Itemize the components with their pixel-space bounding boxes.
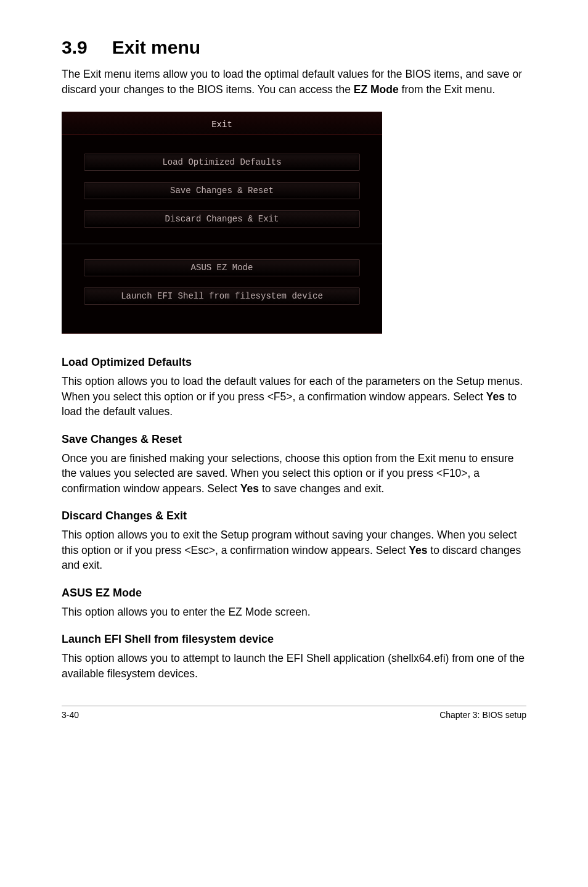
section-number: 3.9 — [62, 37, 88, 58]
section-efi-text: This option allows you to attempt to lau… — [62, 651, 526, 681]
intro-bold: EZ Mode — [354, 83, 399, 96]
intro-paragraph: The Exit menu items allow you to load th… — [62, 67, 526, 97]
section-load-pre: This option allows you to load the defau… — [62, 375, 523, 403]
section-ez-text: This option allows you to enter the EZ M… — [62, 604, 526, 620]
section-ez-title: ASUS EZ Mode — [62, 587, 526, 600]
section-discard-text: This option allows you to exit the Setup… — [62, 527, 526, 573]
page-heading: 3.9Exit menu — [62, 37, 526, 58]
section-save-post: to save changes and exit. — [259, 482, 384, 495]
bios-button-ez-mode: ASUS EZ Mode — [84, 259, 360, 276]
bios-body: Load Optimized Defaults Save Changes & R… — [62, 135, 382, 305]
section-load-bold: Yes — [486, 390, 505, 403]
section-efi-title: Launch EFI Shell from filesystem device — [62, 633, 526, 646]
bios-button-discard-exit: Discard Changes & Exit — [84, 210, 360, 228]
section-save-text: Once you are finished making your select… — [62, 451, 526, 497]
footer-chapter: Chapter 3: BIOS setup — [439, 710, 526, 720]
section-title: Exit menu — [112, 37, 200, 57]
section-discard-bold: Yes — [409, 544, 427, 556]
section-load-text: This option allows you to load the defau… — [62, 374, 526, 419]
bios-button-save-reset: Save Changes & Reset — [84, 182, 360, 199]
intro-suffix: from the Exit menu. — [399, 83, 496, 96]
section-discard-title: Discard Changes & Exit — [62, 510, 526, 522]
bios-separator — [62, 244, 382, 244]
bios-screenshot: Exit Load Optimized Defaults Save Change… — [62, 112, 382, 334]
section-save-title: Save Changes & Reset — [62, 433, 526, 446]
bios-title: Exit — [62, 112, 382, 135]
bios-button-launch-efi: Launch EFI Shell from filesystem device — [84, 287, 360, 305]
section-save-bold: Yes — [240, 482, 259, 495]
page-footer: 3-40 Chapter 3: BIOS setup — [62, 706, 526, 720]
footer-page-number: 3-40 — [62, 710, 79, 720]
bios-button-load-defaults: Load Optimized Defaults — [84, 154, 360, 171]
section-load-title: Load Optimized Defaults — [62, 356, 526, 369]
